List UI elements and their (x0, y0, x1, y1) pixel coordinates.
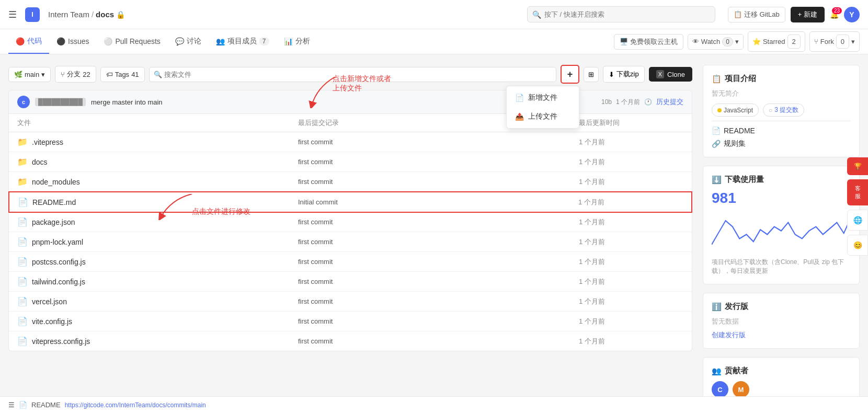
file-name-tailwind[interactable]: 📄 tailwind.config.js (17, 277, 298, 286)
trophy-widget[interactable]: 🏆 (847, 157, 868, 175)
file-label: README.md (32, 198, 76, 206)
file-name-vite[interactable]: 📄 vite.config.js (17, 316, 298, 326)
starred-button[interactable]: ⭐ Starred 2 (748, 31, 805, 52)
global-search-input[interactable] (527, 6, 715, 22)
hamburger-bottom-icon: ☰ (8, 401, 15, 409)
file-time: 1 个月前 (579, 237, 683, 247)
new-file-option[interactable]: 📄 新增文件 (507, 88, 579, 107)
star-icon: ⭐ (752, 38, 761, 45)
download-zip-button[interactable]: ⬇ 下载zip (603, 66, 645, 83)
sub-nav-actions: 🖥️ 免费领取云主机 👁 Watch 0 ▾ ⭐ Starred 2 ⑂ For… (614, 29, 860, 54)
starred-count: 2 (787, 35, 801, 49)
analyze-icon: 📊 (284, 37, 293, 45)
bottom-bar: ☰ 📄 README https://gitcode.com/InternTea… (0, 396, 868, 413)
branch-selector[interactable]: 🌿 main ▾ (8, 67, 51, 82)
branches-fork-icon: ⑂ (61, 71, 65, 78)
tab-pr-label: Pull Requests (115, 37, 160, 45)
upload-file-label: 上传文件 (528, 112, 557, 121)
file-name-node-modules[interactable]: 📁 node_modules (17, 177, 298, 187)
commit-meta: 10b 1 个月前 🕐 历史提交 (601, 97, 683, 107)
upload-file-option[interactable]: 📤 上传文件 (507, 107, 579, 126)
tab-analyze[interactable]: 📊 分析 (277, 29, 317, 54)
file-name-readme[interactable]: 📄 README.md (18, 197, 298, 207)
file-label: pnpm-lock.yaml (32, 238, 83, 246)
top-navbar: ☰ I Intern Team / docs 🔒 🔍 📋 迁移 GitLab +… (0, 0, 868, 29)
release-no-data: 暂无数据 (712, 317, 851, 326)
file-commit: first commit (298, 317, 579, 325)
watch-button[interactable]: 👁 Watch 0 ▾ (688, 34, 744, 50)
file-doc-icon: 📄 (17, 257, 28, 267)
side-widgets: 🏆 客服 🌐 😊 (847, 157, 868, 256)
clone-button[interactable]: X Clone (649, 67, 692, 82)
layout-icon-button[interactable]: ⊞ (584, 67, 599, 82)
table-row: 📄 vercel.json first commit 1 个月前 (9, 292, 692, 312)
tab-discuss[interactable]: 💬 讨论 (168, 29, 209, 54)
table-row: 📁 node_modules first commit 1 个月前 (9, 172, 692, 192)
hamburger-icon[interactable]: ☰ (8, 9, 17, 20)
tab-pull-requests[interactable]: ⚪ Pull Requests (96, 29, 167, 54)
notification-badge: 23 (832, 7, 842, 14)
globe-widget[interactable]: 🌐 (847, 210, 868, 231)
contrib-avatars: C M (712, 381, 851, 398)
file-label: docs (32, 158, 48, 166)
sub-nav-tabs: 🔴 代码 ⚫ Issues ⚪ Pull Requests 💬 讨论 👥 项目成… (8, 29, 614, 54)
file-name-vitepress[interactable]: 📁 .vitepress (17, 137, 298, 147)
book-icon: 📋 (712, 74, 722, 84)
org-name[interactable]: Intern Team (48, 10, 89, 19)
rules-label: 规则集 (724, 139, 746, 148)
file-doc-icon: 📄 (17, 277, 28, 286)
contrib-avatar-1[interactable]: C (712, 381, 728, 398)
readme-bottom-icon: 📄 (19, 401, 27, 409)
file-doc-icon: 📄 (17, 296, 28, 306)
file-name-package[interactable]: 📄 package.json (17, 217, 298, 227)
user-avatar[interactable]: Y (844, 7, 860, 22)
file-doc-icon: 📄 (17, 217, 28, 227)
add-file-menu: 📄 新增文件 📤 上传文件 (506, 86, 579, 129)
readme-bottom-label: README (31, 401, 61, 409)
top-actions: 📋 迁移 GitLab + 新建 🔔 23 Y (728, 7, 860, 22)
file-name-docs[interactable]: 📁 docs (17, 157, 298, 167)
add-file-button[interactable]: + (561, 65, 579, 84)
table-row: 📄 vitepress.config.js first commit 1 个月前 (9, 331, 692, 351)
history-commits-link[interactable]: 历史提交 (656, 97, 683, 107)
contrib-avatar-2[interactable]: M (733, 381, 749, 398)
tab-code[interactable]: 🔴 代码 (8, 29, 49, 54)
tab-issues[interactable]: ⚫ Issues (49, 29, 96, 54)
readme-link[interactable]: 📄 README (712, 127, 851, 135)
file-name-pnpm[interactable]: 📄 pnpm-lock.yaml (17, 237, 298, 247)
file-name-vitepress-config[interactable]: 📄 vitepress.config.js (17, 336, 298, 346)
free-host-button[interactable]: 🖥️ 免费领取云主机 (614, 34, 683, 50)
branches-button[interactable]: ⑂ 分支 22 (55, 66, 96, 83)
tags-btn-label: Tags (115, 71, 129, 78)
commits-tag[interactable]: ○ 3 提交数 (763, 104, 804, 117)
rules-icon: 🔗 (712, 140, 721, 148)
repo-name[interactable]: docs (96, 10, 114, 19)
customer-service-widget[interactable]: 客服 (847, 179, 868, 205)
file-table-header: 文件 最后提交记录 最后更新时间 (9, 114, 692, 132)
add-file-dropdown[interactable]: + 📄 新增文件 📤 上传文件 (561, 65, 579, 84)
rules-link[interactable]: 🔗 规则集 (712, 139, 851, 148)
tags-button[interactable]: 🏷 Tags 41 (100, 67, 145, 82)
download-desc: 项目代码总下载次数（含Clone、Pull及 zip 包下载），每日凌晨更新 (712, 258, 851, 276)
new-button[interactable]: + 新建 (791, 7, 825, 22)
download-title-text: 下载使用量 (725, 175, 764, 185)
file-label: postcss.config.js (32, 258, 86, 266)
create-release-link[interactable]: 创建发行版 (712, 331, 746, 339)
file-name-postcss[interactable]: 📄 postcss.config.js (17, 257, 298, 267)
fork-label: Fork (820, 38, 834, 45)
tab-members[interactable]: 👥 项目成员 7 (209, 29, 277, 54)
lang-dot (717, 108, 722, 112)
notification-button[interactable]: 🔔 23 (830, 10, 839, 19)
emoji-widget[interactable]: 😊 (847, 235, 868, 256)
migrate-gitlab-button[interactable]: 📋 迁移 GitLab (728, 7, 785, 22)
folder-icon: 📁 (17, 177, 28, 187)
intro-title: 📋 项目介绍 (712, 74, 851, 84)
fork-button[interactable]: ⑂ Fork 0 ▾ (809, 31, 860, 52)
path-separator: / (92, 10, 94, 19)
file-search-input[interactable] (149, 67, 556, 82)
js-tag[interactable]: JavaScript (712, 104, 759, 117)
file-name-vercel[interactable]: 📄 vercel.json (17, 296, 298, 306)
repo-path: Intern Team / docs 🔒 (48, 10, 125, 19)
bottom-url[interactable]: https://gitcode.com/InternTeam/docs/comm… (65, 401, 206, 409)
fork-chevron-icon: ▾ (851, 38, 855, 45)
